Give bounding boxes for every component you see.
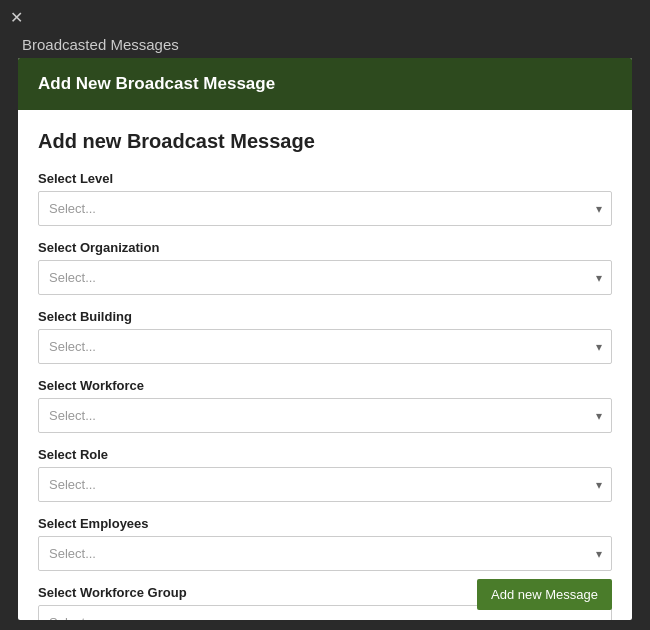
field-group-0: Select LevelSelect...▾ — [38, 171, 612, 226]
field-label-2: Select Building — [38, 309, 612, 324]
select-3[interactable]: Select... — [38, 398, 612, 433]
modal: Add New Broadcast Message Add new Broadc… — [18, 58, 632, 620]
field-group-4: Select RoleSelect...▾ — [38, 447, 612, 502]
modal-header-title: Add New Broadcast Message — [38, 74, 275, 93]
field-group-1: Select OrganizationSelect...▾ — [38, 240, 612, 295]
field-label-0: Select Level — [38, 171, 612, 186]
select-wrapper-5: Select...▾ — [38, 536, 612, 571]
field-label-1: Select Organization — [38, 240, 612, 255]
modal-body[interactable]: Add new Broadcast Message Select LevelSe… — [18, 110, 632, 620]
field-label-5: Select Employees — [38, 516, 612, 531]
select-2[interactable]: Select... — [38, 329, 612, 364]
field-group-3: Select WorkforceSelect...▾ — [38, 378, 612, 433]
page-close-icon[interactable]: ✕ — [10, 8, 23, 27]
form-title: Add new Broadcast Message — [38, 130, 612, 153]
select-1[interactable]: Select... — [38, 260, 612, 295]
field-label-3: Select Workforce — [38, 378, 612, 393]
select-wrapper-3: Select...▾ — [38, 398, 612, 433]
select-5[interactable]: Select... — [38, 536, 612, 571]
modal-header: Add New Broadcast Message — [18, 58, 632, 110]
select-wrapper-4: Select...▾ — [38, 467, 612, 502]
select-0[interactable]: Select... — [38, 191, 612, 226]
select-wrapper-1: Select...▾ — [38, 260, 612, 295]
select-wrapper-2: Select...▾ — [38, 329, 612, 364]
select-4[interactable]: Select... — [38, 467, 612, 502]
fields-container: Select LevelSelect...▾Select Organizatio… — [38, 171, 612, 620]
field-label-4: Select Role — [38, 447, 612, 462]
page-bg-title: Broadcasted Messages — [22, 36, 179, 53]
field-group-2: Select BuildingSelect...▾ — [38, 309, 612, 364]
field-group-5: Select EmployeesSelect...▾ — [38, 516, 612, 571]
select-wrapper-0: Select...▾ — [38, 191, 612, 226]
add-new-message-button[interactable]: Add new Message — [477, 579, 612, 610]
